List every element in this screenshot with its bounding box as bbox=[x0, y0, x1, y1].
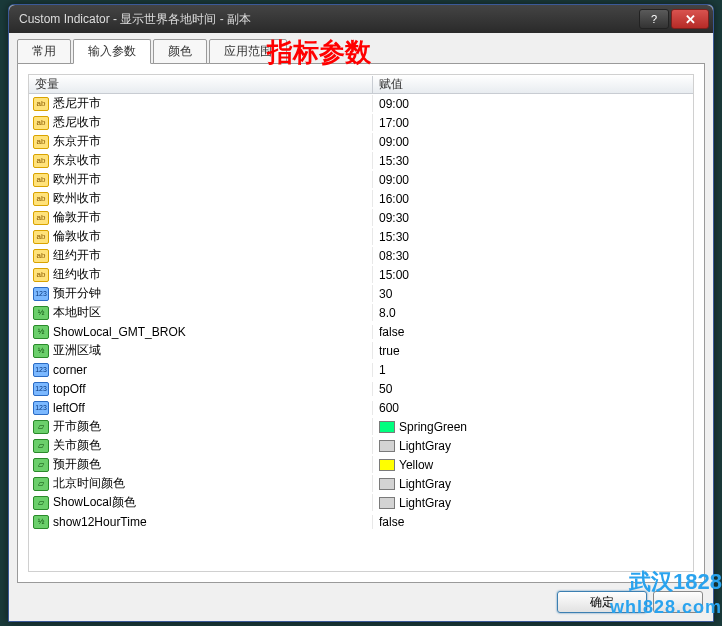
table-row[interactable]: ab倫敦开市09:30 bbox=[29, 208, 693, 227]
param-name: 东京开市 bbox=[53, 133, 101, 150]
dialog-window: Custom Indicator - 显示世界各地时间 - 副本 ? ✕ 常用 … bbox=[8, 4, 714, 622]
table-row[interactable]: ab东京收市15:30 bbox=[29, 151, 693, 170]
cell-value[interactable]: LightGray bbox=[373, 439, 693, 453]
cell-value[interactable]: LightGray bbox=[373, 477, 693, 491]
table-row[interactable]: ▱开市颜色SpringGreen bbox=[29, 417, 693, 436]
table-row[interactable]: ½ShowLocal_GMT_BROKfalse bbox=[29, 322, 693, 341]
cell-value[interactable]: 30 bbox=[373, 287, 693, 301]
close-button[interactable]: ✕ bbox=[671, 9, 709, 29]
param-value: 30 bbox=[379, 287, 392, 301]
table-row[interactable]: 123leftOff600 bbox=[29, 398, 693, 417]
table-row[interactable]: 123预开分钟30 bbox=[29, 284, 693, 303]
ok-button[interactable]: 确定 bbox=[557, 591, 647, 613]
table-row[interactable]: ▱ShowLocal颜色LightGray bbox=[29, 493, 693, 512]
table-row[interactable]: ab倫敦收市15:30 bbox=[29, 227, 693, 246]
table-row[interactable]: ab纽约收市15:00 bbox=[29, 265, 693, 284]
table-row[interactable]: ab纽约开市08:30 bbox=[29, 246, 693, 265]
string-icon: ab bbox=[33, 268, 49, 282]
color-swatch bbox=[379, 459, 395, 471]
table-row[interactable]: 123topOff50 bbox=[29, 379, 693, 398]
param-name: ShowLocal颜色 bbox=[53, 494, 136, 511]
secondary-button[interactable] bbox=[653, 591, 703, 613]
param-value: 600 bbox=[379, 401, 399, 415]
param-name: 悉尼收市 bbox=[53, 114, 101, 131]
cell-value[interactable]: 600 bbox=[373, 401, 693, 415]
cell-value[interactable]: 8.0 bbox=[373, 306, 693, 320]
cell-value[interactable]: true bbox=[373, 344, 693, 358]
param-value: Yellow bbox=[399, 458, 433, 472]
param-name: 纽约收市 bbox=[53, 266, 101, 283]
cell-value[interactable]: 15:30 bbox=[373, 230, 693, 244]
param-name: 关市颜色 bbox=[53, 437, 101, 454]
param-name: 本地时区 bbox=[53, 304, 101, 321]
param-name: leftOff bbox=[53, 401, 85, 415]
table-row[interactable]: ab悉尼开市09:00 bbox=[29, 94, 693, 113]
cell-value[interactable]: 09:00 bbox=[373, 97, 693, 111]
help-button[interactable]: ? bbox=[639, 9, 669, 29]
cell-variable: ab欧州收市 bbox=[29, 190, 373, 207]
cell-value[interactable]: 09:00 bbox=[373, 173, 693, 187]
cell-variable: 123预开分钟 bbox=[29, 285, 373, 302]
table-row[interactable]: ▱关市颜色LightGray bbox=[29, 436, 693, 455]
table-row[interactable]: ½亚洲区域true bbox=[29, 341, 693, 360]
param-name: 东京收市 bbox=[53, 152, 101, 169]
cell-value[interactable]: 09:00 bbox=[373, 135, 693, 149]
table-row[interactable]: ab欧州开市09:00 bbox=[29, 170, 693, 189]
string-icon: ab bbox=[33, 230, 49, 244]
header-value[interactable]: 赋值 bbox=[373, 76, 693, 93]
cell-value[interactable]: 1 bbox=[373, 363, 693, 377]
cell-variable: 123corner bbox=[29, 363, 373, 377]
bool-icon: ½ bbox=[33, 344, 49, 358]
cell-value[interactable]: Yellow bbox=[373, 458, 693, 472]
parameter-grid[interactable]: 变量 赋值 ab悉尼开市09:00ab悉尼收市17:00ab东京开市09:00a… bbox=[28, 74, 694, 572]
cell-variable: ½ShowLocal_GMT_BROK bbox=[29, 325, 373, 339]
table-row[interactable]: ½本地时区8.0 bbox=[29, 303, 693, 322]
cell-variable: ½亚洲区域 bbox=[29, 342, 373, 359]
param-name: 北京时间颜色 bbox=[53, 475, 125, 492]
param-name: 欧州收市 bbox=[53, 190, 101, 207]
cell-value[interactable]: 50 bbox=[373, 382, 693, 396]
tab-inputs[interactable]: 输入参数 bbox=[73, 39, 151, 64]
table-row[interactable]: ab悉尼收市17:00 bbox=[29, 113, 693, 132]
cell-value[interactable]: 17:00 bbox=[373, 116, 693, 130]
tab-common[interactable]: 常用 bbox=[17, 39, 71, 64]
string-icon: ab bbox=[33, 135, 49, 149]
string-icon: ab bbox=[33, 192, 49, 206]
dialog-footer: 确定 bbox=[17, 583, 705, 613]
table-row[interactable]: ▱北京时间颜色LightGray bbox=[29, 474, 693, 493]
cell-variable: ▱预开颜色 bbox=[29, 456, 373, 473]
param-value: false bbox=[379, 515, 404, 529]
page-title: 指标参数 bbox=[267, 35, 371, 70]
cell-variable: ab悉尼开市 bbox=[29, 95, 373, 112]
string-icon: ab bbox=[33, 211, 49, 225]
cell-value[interactable]: SpringGreen bbox=[373, 420, 693, 434]
cell-value[interactable]: 09:30 bbox=[373, 211, 693, 225]
bool-icon: ½ bbox=[33, 325, 49, 339]
cell-value[interactable]: LightGray bbox=[373, 496, 693, 510]
integer-icon: 123 bbox=[33, 401, 49, 415]
header-variable[interactable]: 变量 bbox=[29, 76, 373, 93]
color-swatch bbox=[379, 421, 395, 433]
table-row[interactable]: ½show12HourTimefalse bbox=[29, 512, 693, 531]
cell-value[interactable]: false bbox=[373, 515, 693, 529]
table-row[interactable]: 123corner1 bbox=[29, 360, 693, 379]
param-value: 50 bbox=[379, 382, 392, 396]
cell-variable: ab东京收市 bbox=[29, 152, 373, 169]
param-name: 倫敦开市 bbox=[53, 209, 101, 226]
param-value: 16:00 bbox=[379, 192, 409, 206]
param-name: 欧州开市 bbox=[53, 171, 101, 188]
string-icon: ab bbox=[33, 173, 49, 187]
param-name: topOff bbox=[53, 382, 85, 396]
param-name: 预开颜色 bbox=[53, 456, 101, 473]
tab-colors[interactable]: 颜色 bbox=[153, 39, 207, 64]
titlebar[interactable]: Custom Indicator - 显示世界各地时间 - 副本 ? ✕ bbox=[9, 5, 713, 33]
cell-value[interactable]: 08:30 bbox=[373, 249, 693, 263]
cell-value[interactable]: 16:00 bbox=[373, 192, 693, 206]
cell-value[interactable]: 15:30 bbox=[373, 154, 693, 168]
table-row[interactable]: ab东京开市09:00 bbox=[29, 132, 693, 151]
cell-value[interactable]: false bbox=[373, 325, 693, 339]
table-row[interactable]: ab欧州收市16:00 bbox=[29, 189, 693, 208]
table-row[interactable]: ▱预开颜色Yellow bbox=[29, 455, 693, 474]
window-title: Custom Indicator - 显示世界各地时间 - 副本 bbox=[19, 11, 637, 28]
cell-value[interactable]: 15:00 bbox=[373, 268, 693, 282]
